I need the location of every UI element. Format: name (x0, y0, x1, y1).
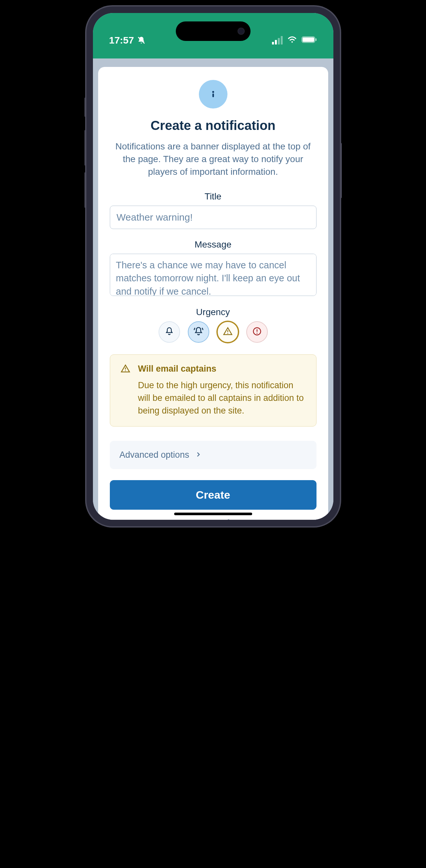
bell-ring-icon (193, 326, 204, 338)
chevron-right-icon (195, 450, 202, 460)
volume-down-button (85, 172, 86, 208)
title-label: Title (110, 191, 316, 202)
screen: 17:57 Create a notificatio (93, 13, 333, 520)
message-label: Message (110, 240, 316, 250)
svg-point-13 (125, 370, 126, 371)
urgency-low-button[interactable] (159, 321, 180, 343)
dnd-icon (137, 36, 146, 44)
alert-circle-icon (252, 327, 262, 338)
urgency-selector (110, 321, 316, 343)
battery-icon (302, 35, 317, 46)
advanced-options-toggle[interactable]: Advanced options (110, 441, 316, 469)
urgency-critical-button[interactable] (246, 321, 268, 343)
warning-triangle-icon (223, 327, 233, 338)
home-indicator[interactable] (174, 513, 252, 515)
svg-point-5 (212, 91, 214, 93)
notice-body: Due to the high urgency, this notificati… (138, 379, 306, 417)
clock: 17:57 (109, 35, 134, 46)
modal-title: Create a notification (110, 118, 316, 133)
volume-up-button (85, 130, 86, 166)
urgency-medium-button[interactable] (188, 321, 209, 343)
modal-card: Create a notification Notifications are … (98, 67, 328, 520)
urgency-label: Urgency (110, 307, 316, 317)
title-input[interactable] (110, 206, 316, 229)
side-button (85, 97, 86, 117)
wifi-icon (287, 35, 297, 46)
svg-rect-3 (303, 37, 314, 42)
warning-triangle-icon (121, 364, 130, 417)
cancel-button[interactable]: Cancel (110, 518, 316, 520)
modal-description: Notifications are a banner displayed at … (110, 140, 316, 178)
svg-rect-4 (315, 38, 316, 41)
power-button (340, 143, 342, 198)
urgency-high-button[interactable] (217, 321, 239, 343)
email-captains-notice: Will email captains Due to the high urge… (110, 354, 316, 427)
modal-backdrop: Create a notification Notifications are … (93, 59, 333, 520)
bell-icon (164, 327, 174, 338)
create-button[interactable]: Create (110, 480, 316, 510)
svg-rect-6 (212, 94, 214, 97)
notice-title: Will email captains (138, 364, 306, 374)
svg-point-11 (256, 333, 257, 334)
phone-frame: 17:57 Create a notificatio (86, 6, 340, 526)
svg-point-8 (227, 333, 228, 334)
info-icon (199, 80, 227, 108)
svg-point-1 (291, 41, 293, 42)
advanced-options-label: Advanced options (120, 450, 189, 460)
message-input[interactable] (110, 254, 316, 296)
cellular-icon (272, 36, 283, 44)
dynamic-island (176, 22, 250, 41)
